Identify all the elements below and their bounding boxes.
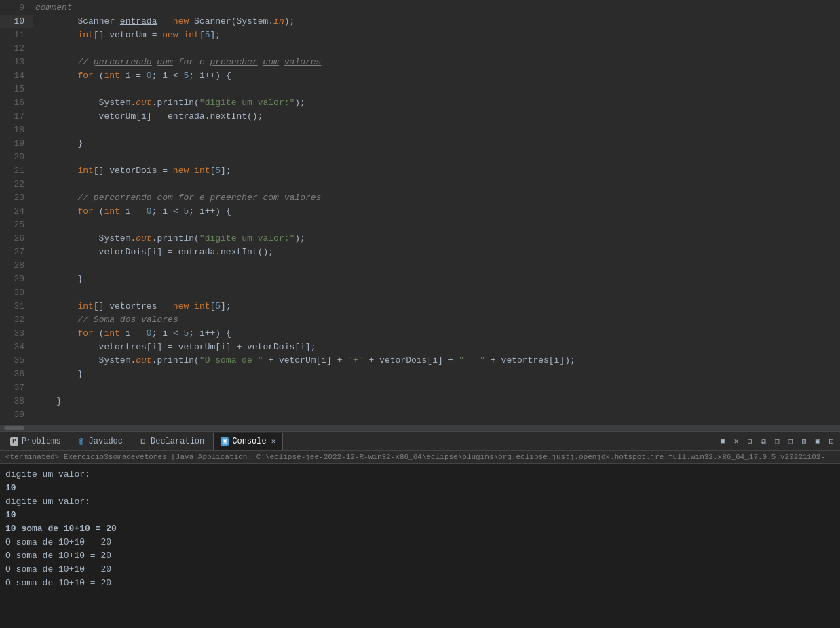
toolbar-clear-btn[interactable]: ⊟ <box>744 435 756 448</box>
line-number: 32 <box>0 313 33 327</box>
line-content: comment <box>33 1 840 15</box>
line-number: 17 <box>0 110 33 123</box>
line-number: 13 <box>0 56 33 69</box>
line-content <box>33 259 840 273</box>
line-number: 38 <box>0 395 33 408</box>
line-content: vetorUm[i] = entrada.nextInt(); <box>33 110 840 123</box>
code-line: 24 for (int i = 0; i < 5; i++) { <box>0 205 840 218</box>
line-content: System.out.println("digite um valor:"); <box>33 96 840 110</box>
code-line: 18 <box>0 123 840 137</box>
tab-declaration[interactable]: ⊟ Declaration <box>132 433 212 450</box>
toolbar-btn-8[interactable]: ▣ <box>812 435 824 448</box>
toolbar-stop-btn[interactable]: ■ <box>717 435 729 448</box>
line-number: 24 <box>0 205 33 218</box>
code-line: 39 <box>0 408 840 422</box>
code-line: 10 Scanner entrada = new Scanner(System.… <box>0 15 840 28</box>
console-icon: ▣ <box>221 437 229 446</box>
code-line: 21 int[] vetorDois = new int[5]; <box>0 164 840 178</box>
line-content: // percorrendo com for e preencher com v… <box>33 56 840 69</box>
line-number: 27 <box>0 246 33 259</box>
line-number: 36 <box>0 368 33 381</box>
line-content: } <box>33 395 840 408</box>
line-number: 22 <box>0 178 33 191</box>
line-content: vetortres[i] = vetorUm[i] + vetorDois[i]… <box>33 340 840 354</box>
code-line: 9comment <box>0 1 840 15</box>
code-line: 14 for (int i = 0; i < 5; i++) { <box>0 69 840 83</box>
line-content: for (int i = 0; i < 5; i++) { <box>33 69 840 83</box>
line-content: for (int i = 0; i < 5; i++) { <box>33 327 840 340</box>
code-line: 17 vetorUm[i] = entrada.nextInt(); <box>0 110 840 123</box>
tab-bar: P Problems @ Javadoc ⊟ Declaration ▣ Con… <box>0 432 840 451</box>
tab-console-label: Console <box>232 437 266 446</box>
code-line: 13 // percorrendo com for e preencher co… <box>0 56 840 69</box>
line-number: 15 <box>0 83 33 96</box>
declaration-icon: ⊟ <box>139 437 147 446</box>
line-content: Scanner entrada = new Scanner(System.in)… <box>33 15 840 28</box>
line-content: int[] vetorDois = new int[5]; <box>33 164 840 178</box>
line-number: 37 <box>0 381 33 395</box>
horizontal-scrollbar[interactable] <box>0 425 840 431</box>
console-line: O soma de 10+10 = 20 <box>5 563 835 576</box>
line-content <box>33 381 840 395</box>
code-line: 23 // percorrendo com for e preencher co… <box>0 191 840 205</box>
code-line: 16 System.out.println("digite um valor:"… <box>0 96 840 110</box>
toolbar-btn-6[interactable]: ❐ <box>784 435 797 448</box>
line-content <box>33 151 840 164</box>
line-content <box>33 123 840 137</box>
scrollbar-thumb[interactable] <box>4 426 24 430</box>
tab-javadoc[interactable]: @ Javadoc <box>70 433 130 450</box>
tab-problems-label: Problems <box>22 437 61 446</box>
code-line: 26 System.out.println("digite um valor:"… <box>0 232 840 246</box>
console-line: 10 <box>5 482 835 495</box>
line-number: 11 <box>0 28 33 42</box>
line-number: 23 <box>0 191 33 205</box>
line-content: int[] vetortres = new int[5]; <box>33 300 840 313</box>
code-line: 25 <box>0 218 840 232</box>
code-line: 33 for (int i = 0; i < 5; i++) { <box>0 327 840 340</box>
line-content: // Soma dos valores <box>33 313 840 327</box>
toolbar-btn-9[interactable]: ⊡ <box>825 435 837 448</box>
code-line: 11 int[] vetorUm = new int[5]; <box>0 28 840 42</box>
console-line: 10 soma de 10+10 = 20 <box>5 522 835 536</box>
code-line: 30 <box>0 286 840 300</box>
code-line: 31 int[] vetortres = new int[5]; <box>0 300 840 313</box>
line-number: 12 <box>0 42 33 56</box>
toolbar-btn-4[interactable]: ⧉ <box>757 435 769 448</box>
line-number: 14 <box>0 69 33 83</box>
console-line: O soma de 10+10 = 20 <box>5 536 835 549</box>
code-line: 19 } <box>0 137 840 151</box>
line-number: 35 <box>0 354 33 368</box>
bottom-panel: P Problems @ Javadoc ⊟ Declaration ▣ Con… <box>0 431 840 628</box>
line-content <box>33 83 840 96</box>
code-line: 34 vetortres[i] = vetorUm[i] + vetorDois… <box>0 340 840 354</box>
code-line: 28 <box>0 259 840 273</box>
problems-icon: P <box>10 437 18 446</box>
console-close-icon[interactable]: ✕ <box>271 437 276 446</box>
line-number: 28 <box>0 259 33 273</box>
console-output[interactable]: digite um valor:10digite um valor:1010 s… <box>0 464 840 628</box>
toolbar-close-btn[interactable]: ✕ <box>730 435 742 448</box>
console-path: <terminated> Exercicio3somadevetores [Ja… <box>0 451 840 464</box>
toolbar-btn-5[interactable]: ❒ <box>771 435 783 448</box>
line-number: 29 <box>0 273 33 286</box>
line-content <box>33 178 840 191</box>
line-content <box>33 42 840 56</box>
line-number: 30 <box>0 286 33 300</box>
line-content: } <box>33 368 840 381</box>
code-line: 37 <box>0 381 840 395</box>
line-number: 18 <box>0 123 33 137</box>
line-content: for (int i = 0; i < 5; i++) { <box>33 205 840 218</box>
console-line: digite um valor: <box>5 495 835 509</box>
code-lines: 9comment10 Scanner entrada = new Scanner… <box>0 0 840 425</box>
tab-console[interactable]: ▣ Console ✕ <box>213 433 283 450</box>
tab-problems[interactable]: P Problems <box>3 433 69 450</box>
line-content: // percorrendo com for e preencher com v… <box>33 191 840 205</box>
toolbar-btn-7[interactable]: ⊞ <box>798 435 810 448</box>
line-content: System.out.println("O soma de " + vetorU… <box>33 354 840 368</box>
line-content <box>33 218 840 232</box>
code-line: 35 System.out.println("O soma de " + vet… <box>0 354 840 368</box>
code-line: 29 } <box>0 273 840 286</box>
javadoc-icon: @ <box>77 437 85 446</box>
console-line: O soma de 10+10 = 20 <box>5 576 835 590</box>
line-number: 34 <box>0 340 33 354</box>
